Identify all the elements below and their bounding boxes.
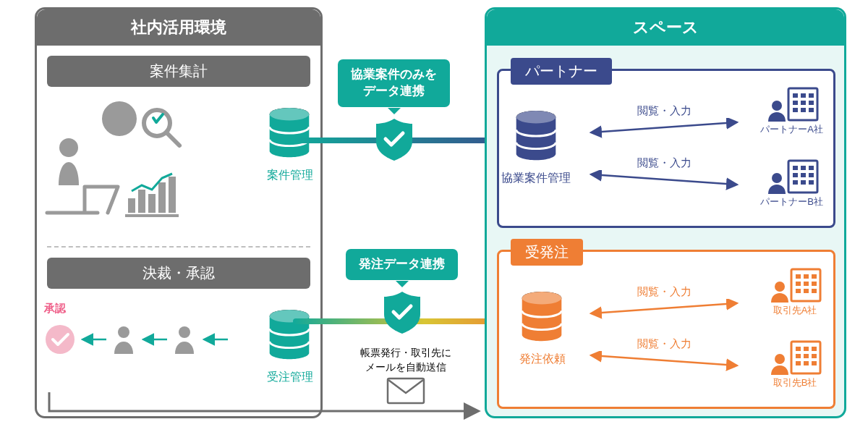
svg-rect-26: [388, 379, 424, 403]
svg-point-22: [46, 325, 75, 354]
internal-title: 社内活用環境: [37, 9, 320, 46]
svg-rect-20: [158, 182, 166, 213]
svg-rect-21: [169, 177, 176, 213]
partner-box: パートナー 協業案件管理 閲覧・入力 閲覧・入力 パートナーA社 パートナーB社: [497, 69, 835, 228]
shield-order-bubble: 発注データ連携: [346, 249, 458, 280]
client-company-a: 取引先A社: [767, 266, 823, 317]
shield-icon: [383, 290, 422, 334]
company-icon: [767, 266, 823, 304]
svg-line-29: [592, 303, 736, 313]
approval-header: 決裁・承認: [47, 258, 310, 289]
shield-collab: 協業案件のみを データ連携: [338, 59, 450, 161]
analytics-icon: [41, 91, 186, 221]
aggregate-header: 案件集計: [47, 56, 310, 87]
shield-order: 発注データ連携: [346, 249, 458, 334]
space-title: スペース: [487, 9, 844, 46]
company-icon: [767, 339, 823, 376]
company-icon: [764, 158, 820, 195]
shield-collab-l1: 協業案件のみを: [351, 67, 437, 81]
database-icon: [514, 110, 558, 166]
partner-box-title: パートナー: [511, 58, 612, 85]
shield-order-l1: 発注データ連携: [359, 257, 445, 271]
case-db-label: 案件管理: [267, 168, 313, 183]
case-db: 案件管理: [267, 107, 313, 183]
client-company-b: 取引先B社: [767, 339, 823, 389]
svg-point-16: [59, 138, 78, 157]
svg-rect-17: [128, 198, 135, 213]
partner-db-label: 協業案件管理: [496, 171, 576, 186]
mail-icon: [386, 377, 425, 405]
partner-db: 協業案件管理: [514, 110, 576, 186]
database-icon: [267, 309, 312, 365]
space-panel: スペース パートナー 協業案件管理 閲覧・入力 閲覧・入力 パートナーA社 パー…: [485, 7, 846, 418]
svg-line-28: [592, 174, 736, 185]
approved-label: 承認: [44, 302, 66, 316]
partner-link-2: 閲覧・入力: [584, 156, 744, 190]
mail-note: 帳票発行・取引先に メールを自動送信: [337, 346, 475, 374]
order-link-1: 閲覧・入力: [584, 285, 744, 319]
approval-flow-icon: [43, 318, 245, 383]
shield-collab-l2: データ連携: [363, 84, 425, 98]
shield-collab-bubble: 協業案件のみを データ連携: [338, 59, 450, 107]
partner-company-b: パートナーB社: [760, 158, 823, 208]
company-icon: [764, 85, 820, 123]
database-icon: [519, 291, 564, 347]
partner-company-a: パートナーA社: [760, 85, 823, 136]
database-icon: [267, 107, 312, 164]
svg-rect-19: [148, 194, 156, 213]
order-db-label: 受注管理: [267, 370, 313, 385]
orderreq-db: 発注依頼: [519, 291, 566, 367]
orderreq-db-label: 発注依頼: [519, 352, 566, 367]
internal-environment-panel: 社内活用環境 案件集計: [35, 7, 323, 418]
order-link-2: 閲覧・入力: [584, 337, 744, 371]
svg-rect-18: [138, 190, 145, 213]
shield-icon: [375, 117, 414, 161]
order-box-title: 受発注: [511, 239, 583, 266]
partner-link-1: 閲覧・入力: [584, 104, 744, 138]
svg-line-27: [592, 122, 736, 132]
svg-line-30: [592, 355, 736, 365]
order-box: 受発注 発注依頼 閲覧・入力 閲覧・入力 取引先A社 取引先B社: [497, 250, 835, 409]
mail-block: 帳票発行・取引先に メールを自動送信: [337, 346, 475, 405]
aggregate-body: 案件管理: [37, 87, 320, 246]
divider: [47, 246, 310, 248]
